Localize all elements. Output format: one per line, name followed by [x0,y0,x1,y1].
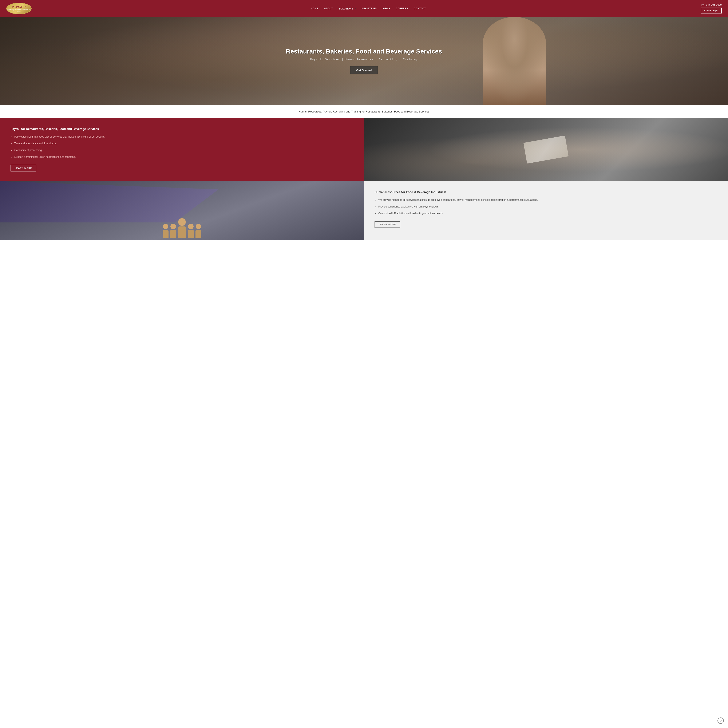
list-item: Provide compliance assistance with emplo… [378,205,717,208]
figure-1 [163,224,168,238]
logo-text: ProPayHR [7,5,31,8]
figure-head [178,218,186,226]
list-item: Time and attendance and time clocks. [14,142,353,145]
hero-section: Restaurants, Bakeries, Food and Beverage… [0,17,728,106]
figure-body [163,229,168,238]
figure-head [188,224,194,229]
content-grid: Payroll for Restaurants, Bakeries, Food … [0,118,728,240]
hero-content: Restaurants, Bakeries, Food and Beverage… [286,48,442,74]
hero-person-image [483,17,546,106]
figure-body [188,229,194,238]
logo[interactable]: ProPayHR connecting employees, software … [6,3,32,14]
people-image-panel [0,181,364,240]
nav-careers[interactable]: CAREERS [396,7,408,10]
hr-bullets: We provide managed HR services that incl… [375,198,717,215]
people-figures [163,218,201,238]
hr-learn-more-button[interactable]: LEARN MORE [375,221,400,228]
payroll-heading: Payroll for Restaurants, Bakeries, Food … [11,127,353,131]
figure-head [163,224,168,229]
figure-body [196,229,201,238]
hero-subtitle: Payroll Services | Human Resources | Rec… [286,58,442,61]
list-item: Support & training for union negotiation… [14,155,353,159]
nav-contact[interactable]: CONTACT [414,7,426,10]
figure-center [178,218,186,238]
figure-3 [188,224,194,238]
figure-body [170,229,176,238]
chevron-down-icon: ▾ [355,8,356,10]
figure-4 [196,224,201,238]
figure-2 [170,224,176,238]
get-started-button[interactable]: Get Started [350,66,378,74]
nav-about[interactable]: ABOUT [324,7,333,10]
payroll-image-panel [364,118,728,181]
logo-tagline: connecting employees, software and servi… [7,9,31,12]
client-login-button[interactable]: Client Login [701,8,722,14]
list-item: Garnishment processing. [14,148,353,152]
list-item: We provide managed HR services that incl… [378,198,717,202]
hero-title: Restaurants, Bakeries, Food and Beverage… [286,48,442,55]
nav-home[interactable]: HOME [311,7,318,10]
hr-heading: Human Resources for Food & Beverage Indu… [375,190,717,194]
figure-head [196,224,201,229]
figure-head [170,224,176,229]
nav-industries[interactable]: INDUSTRIES [362,7,377,10]
payroll-section: Payroll for Restaurants, Bakeries, Food … [0,118,364,181]
main-nav: HOME ABOUT SOLUTIONS ▾ INDUSTRIES NEWS C… [36,6,701,10]
header-right: PH: 847-905-3000 Client Login [701,3,722,14]
hr-section: Human Resources for Food & Beverage Indu… [364,181,728,240]
logo-oval: ProPayHR connecting employees, software … [6,3,32,14]
nav-news[interactable]: NEWS [382,7,390,10]
payroll-bullets: Fully outsourced managed payroll service… [11,135,353,159]
hand-image [0,181,219,222]
list-item: Fully outsourced managed payroll service… [14,135,353,139]
site-header: ProPayHR connecting employees, software … [0,0,728,17]
payroll-learn-more-button[interactable]: LEARN MORE [11,165,36,171]
check-image [523,135,569,164]
phone-number: PH: 847-905-3000 [701,3,722,6]
figure-body [178,226,186,238]
tagline-band: Human Resources, Payroll, Recruiting and… [0,106,728,118]
list-item: Customized HR solutions tailored to fit … [378,211,717,215]
tagline-text: Human Resources, Payroll, Recruiting and… [6,110,722,113]
nav-solutions[interactable]: SOLUTIONS ▾ [339,6,356,10]
